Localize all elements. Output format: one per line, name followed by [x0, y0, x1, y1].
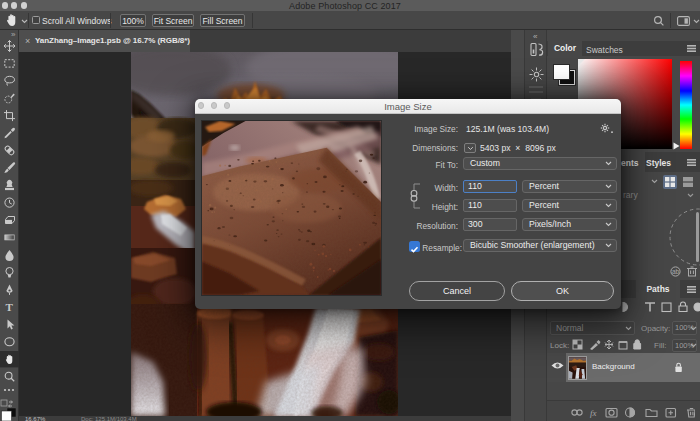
svg-text:T: T	[6, 301, 14, 313]
svg-text:»: »	[11, 30, 16, 39]
svg-text:fx: fx	[590, 408, 597, 418]
svg-text:ab: ab	[672, 268, 680, 275]
